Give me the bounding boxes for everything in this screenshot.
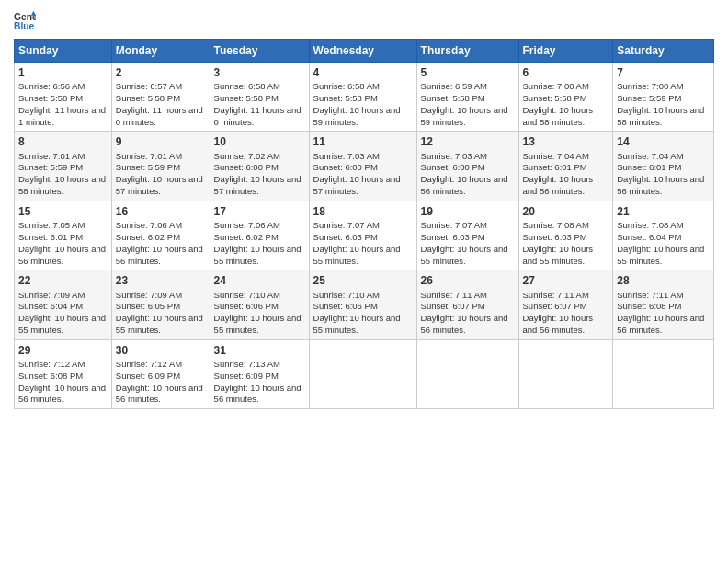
week-row-3: 15Sunrise: 7:05 AMSunset: 6:01 PMDayligh… — [15, 201, 714, 270]
calendar-cell — [309, 339, 416, 408]
calendar-cell: 20Sunrise: 7:08 AMSunset: 6:03 PMDayligh… — [518, 201, 613, 270]
day-number: 12 — [421, 134, 515, 149]
header-cell-friday: Friday — [518, 40, 613, 63]
page-container: General Blue SundayMondayTuesdayWednesda… — [0, 0, 728, 419]
logo: General Blue — [14, 9, 38, 31]
day-info-line: Sunrise: 7:06 AM — [214, 220, 305, 232]
logo-icon: General Blue — [14, 9, 36, 31]
week-row-1: 1Sunrise: 6:56 AMSunset: 5:58 PMDaylight… — [15, 63, 714, 132]
day-info-line: Sunrise: 7:03 AM — [421, 151, 515, 163]
day-info-line: Sunset: 6:03 PM — [313, 232, 413, 244]
calendar-cell: 10Sunrise: 7:02 AMSunset: 6:00 PMDayligh… — [210, 132, 309, 201]
calendar-cell: 6Sunrise: 7:00 AMSunset: 5:58 PMDaylight… — [518, 63, 613, 132]
day-info-line: Sunrise: 6:56 AM — [18, 81, 108, 93]
day-info-line: Daylight: 10 hours and 55 minutes. — [523, 244, 609, 268]
day-number: 6 — [523, 65, 609, 80]
day-info-line: Daylight: 10 hours and 58 minutes. — [18, 174, 108, 198]
day-info-line: Sunset: 6:06 PM — [313, 301, 413, 313]
calendar-cell: 21Sunrise: 7:08 AMSunset: 6:04 PMDayligh… — [613, 201, 714, 270]
day-info-line: Daylight: 10 hours and 58 minutes. — [617, 105, 710, 129]
day-number: 1 — [18, 65, 108, 80]
day-number: 25 — [313, 273, 413, 288]
day-info-line: Sunrise: 7:04 AM — [523, 151, 609, 163]
week-row-2: 8Sunrise: 7:01 AMSunset: 5:59 PMDaylight… — [15, 132, 714, 201]
day-number: 4 — [313, 65, 413, 80]
header-cell-tuesday: Tuesday — [210, 40, 309, 63]
day-info-line: Daylight: 10 hours and 56 minutes. — [214, 383, 305, 407]
day-info-line: Sunrise: 7:09 AM — [18, 290, 108, 302]
day-info-line: Sunrise: 7:00 AM — [617, 81, 710, 93]
calendar-cell: 30Sunrise: 7:12 AMSunset: 6:09 PMDayligh… — [111, 339, 210, 408]
day-info-line: Sunset: 6:01 PM — [523, 162, 609, 174]
day-info-line: Sunset: 6:00 PM — [214, 162, 305, 174]
day-number: 21 — [617, 204, 710, 219]
day-number: 31 — [214, 343, 305, 358]
calendar-cell: 12Sunrise: 7:03 AMSunset: 6:00 PMDayligh… — [416, 132, 518, 201]
day-number: 14 — [617, 134, 710, 149]
calendar-cell: 2Sunrise: 6:57 AMSunset: 5:58 PMDaylight… — [111, 63, 210, 132]
day-number: 3 — [214, 65, 305, 80]
day-info-line: Daylight: 10 hours and 56 minutes. — [421, 313, 515, 337]
day-info-line: Daylight: 10 hours and 56 minutes. — [523, 313, 609, 337]
day-info-line: Sunrise: 7:07 AM — [313, 220, 413, 232]
calendar-cell: 16Sunrise: 7:06 AMSunset: 6:02 PMDayligh… — [111, 201, 210, 270]
day-info-line: Sunset: 6:06 PM — [214, 301, 305, 313]
day-info-line: Sunrise: 7:00 AM — [523, 81, 609, 93]
day-info-line: Daylight: 10 hours and 56 minutes. — [116, 383, 206, 407]
day-info-line: Daylight: 10 hours and 56 minutes. — [617, 313, 710, 337]
day-info-line: Sunrise: 6:57 AM — [116, 81, 206, 93]
header-row: SundayMondayTuesdayWednesdayThursdayFrid… — [15, 40, 714, 63]
day-info-line: Sunrise: 7:05 AM — [18, 220, 108, 232]
calendar-cell: 3Sunrise: 6:58 AMSunset: 5:58 PMDaylight… — [210, 63, 309, 132]
day-info-line: Daylight: 10 hours and 57 minutes. — [313, 174, 413, 198]
day-info-line: Sunset: 5:59 PM — [18, 162, 108, 174]
calendar-cell — [613, 339, 714, 408]
calendar-cell: 14Sunrise: 7:04 AMSunset: 6:01 PMDayligh… — [613, 132, 714, 201]
calendar-cell: 27Sunrise: 7:11 AMSunset: 6:07 PMDayligh… — [518, 270, 613, 339]
day-info-line: Sunset: 6:05 PM — [116, 301, 206, 313]
day-info-line: Daylight: 10 hours and 57 minutes. — [116, 174, 206, 198]
day-number: 11 — [313, 134, 413, 149]
day-info-line: Sunset: 6:07 PM — [421, 301, 515, 313]
day-info-line: Daylight: 10 hours and 59 minutes. — [313, 105, 413, 129]
day-info-line: Sunset: 6:00 PM — [313, 162, 413, 174]
day-info-line: Daylight: 10 hours and 55 minutes. — [214, 313, 305, 337]
day-info-line: Sunrise: 7:02 AM — [214, 151, 305, 163]
calendar-cell: 24Sunrise: 7:10 AMSunset: 6:06 PMDayligh… — [210, 270, 309, 339]
day-info-line: Sunrise: 7:01 AM — [18, 151, 108, 163]
day-info-line: Sunset: 6:03 PM — [523, 232, 609, 244]
day-number: 27 — [523, 273, 609, 288]
header: General Blue — [14, 9, 714, 31]
day-number: 28 — [617, 273, 710, 288]
day-info-line: Daylight: 10 hours and 57 minutes. — [214, 174, 305, 198]
calendar-cell: 13Sunrise: 7:04 AMSunset: 6:01 PMDayligh… — [518, 132, 613, 201]
calendar-cell: 5Sunrise: 6:59 AMSunset: 5:58 PMDaylight… — [416, 63, 518, 132]
day-number: 23 — [116, 273, 206, 288]
day-info-line: Daylight: 10 hours and 56 minutes. — [617, 174, 710, 198]
calendar-cell: 9Sunrise: 7:01 AMSunset: 5:59 PMDaylight… — [111, 132, 210, 201]
day-number: 24 — [214, 273, 305, 288]
day-info-line: Sunrise: 7:03 AM — [313, 151, 413, 163]
day-info-line: Sunset: 6:03 PM — [421, 232, 515, 244]
header-cell-saturday: Saturday — [613, 40, 714, 63]
day-info-line: Sunrise: 7:12 AM — [18, 359, 108, 371]
day-info-line: Sunset: 6:09 PM — [214, 371, 305, 383]
day-info-line: Sunrise: 7:06 AM — [116, 220, 206, 232]
calendar-cell: 15Sunrise: 7:05 AMSunset: 6:01 PMDayligh… — [15, 201, 112, 270]
header-cell-wednesday: Wednesday — [309, 40, 416, 63]
day-number: 15 — [18, 204, 108, 219]
day-info-line: Sunrise: 7:08 AM — [523, 220, 609, 232]
day-info-line: Daylight: 10 hours and 55 minutes. — [116, 313, 206, 337]
day-number: 13 — [523, 134, 609, 149]
day-info-line: Daylight: 10 hours and 55 minutes. — [313, 313, 413, 337]
day-info-line: Sunset: 6:00 PM — [421, 162, 515, 174]
day-info-line: Sunset: 5:58 PM — [421, 93, 515, 105]
day-info-line: Daylight: 10 hours and 56 minutes. — [421, 174, 515, 198]
calendar-cell: 28Sunrise: 7:11 AMSunset: 6:08 PMDayligh… — [613, 270, 714, 339]
day-info-line: Sunset: 6:09 PM — [116, 371, 206, 383]
day-info-line: Daylight: 11 hours and 0 minutes. — [116, 105, 206, 129]
day-info-line: Sunrise: 7:10 AM — [214, 290, 305, 302]
day-info-line: Sunrise: 7:08 AM — [617, 220, 710, 232]
week-row-5: 29Sunrise: 7:12 AMSunset: 6:08 PMDayligh… — [15, 339, 714, 408]
day-info-line: Sunset: 5:59 PM — [116, 162, 206, 174]
